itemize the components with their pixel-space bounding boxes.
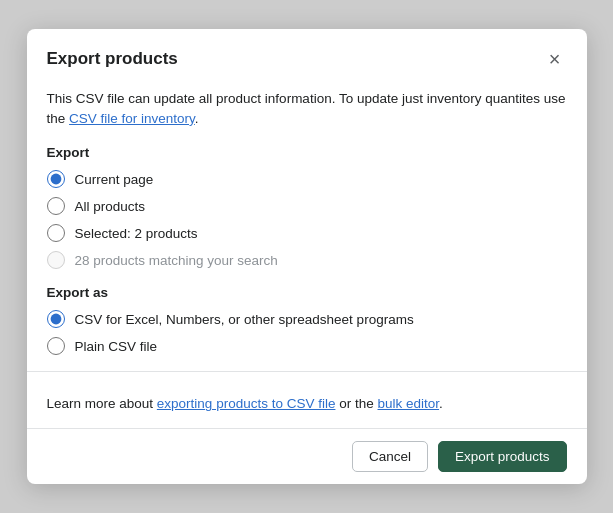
info-text: This CSV file can update all product inf…	[47, 89, 567, 130]
export-section-label: Export	[47, 145, 567, 160]
export-products-button[interactable]: Export products	[438, 441, 567, 472]
export-option-selected[interactable]: Selected: 2 products	[47, 224, 567, 242]
footer-info: Learn more about exporting products to C…	[27, 384, 587, 428]
footer-text-end: .	[439, 396, 443, 411]
export-option-all-products[interactable]: All products	[47, 197, 567, 215]
export-radio-selected[interactable]	[47, 224, 65, 242]
modal-body: This CSV file can update all product inf…	[27, 85, 587, 356]
export-label-all-products[interactable]: All products	[75, 199, 146, 214]
export-as-section-label: Export as	[47, 285, 567, 300]
export-as-radio-csv-excel[interactable]	[47, 310, 65, 328]
export-as-options-group: CSV for Excel, Numbers, or other spreads…	[47, 310, 567, 355]
export-option-current-page[interactable]: Current page	[47, 170, 567, 188]
export-as-option-csv-excel[interactable]: CSV for Excel, Numbers, or other spreads…	[47, 310, 567, 328]
divider	[27, 371, 587, 372]
export-options-group: Current page All products Selected: 2 pr…	[47, 170, 567, 269]
bulk-editor-link[interactable]: bulk editor	[378, 396, 440, 411]
modal-title: Export products	[47, 49, 178, 69]
export-option-matching: 28 products matching your search	[47, 251, 567, 269]
footer-text-or-word: or the	[339, 396, 374, 411]
csv-inventory-link[interactable]: CSV file for inventory	[69, 111, 195, 126]
modal-footer: Cancel Export products	[27, 428, 587, 484]
export-label-matching: 28 products matching your search	[75, 253, 278, 268]
export-as-radio-plain-csv[interactable]	[47, 337, 65, 355]
close-button[interactable]: ×	[543, 47, 567, 71]
export-products-modal: Export products × This CSV file can upda…	[27, 29, 587, 485]
info-link-suffix: .	[195, 111, 199, 126]
exporting-products-link[interactable]: exporting products to CSV file	[157, 396, 336, 411]
export-label-selected[interactable]: Selected: 2 products	[75, 226, 198, 241]
cancel-button[interactable]: Cancel	[352, 441, 428, 472]
export-radio-all-products[interactable]	[47, 197, 65, 215]
export-radio-current-page[interactable]	[47, 170, 65, 188]
export-as-label-csv-excel[interactable]: CSV for Excel, Numbers, or other spreads…	[75, 312, 414, 327]
export-label-current-page[interactable]: Current page	[75, 172, 154, 187]
export-as-option-plain-csv[interactable]: Plain CSV file	[47, 337, 567, 355]
export-as-label-plain-csv[interactable]: Plain CSV file	[75, 339, 158, 354]
modal-overlay: Export products × This CSV file can upda…	[0, 0, 613, 513]
footer-text-before: Learn more about	[47, 396, 154, 411]
export-radio-matching	[47, 251, 65, 269]
modal-header: Export products ×	[27, 29, 587, 85]
